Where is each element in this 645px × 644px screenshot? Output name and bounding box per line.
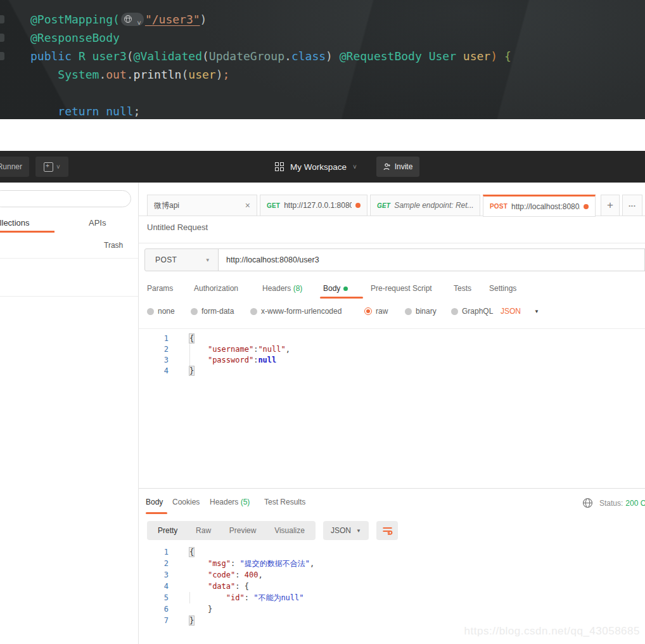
- chevron-down-icon: ▼: [356, 528, 361, 534]
- screenshot-root: @PostMapping(˅"/user3")@ResponseBodypubl…: [0, 0, 645, 644]
- request-tab-weibo-api[interactable]: 微博api ×: [147, 195, 257, 216]
- workspace-grid-icon: [275, 162, 284, 171]
- workspace-label: My Workspace: [290, 162, 347, 172]
- chevron-down-icon: ˅: [56, 164, 60, 171]
- radio-label: binary: [416, 307, 437, 316]
- radio-label: none: [158, 307, 175, 316]
- sidebar-tab-apis[interactable]: APIs: [89, 218, 106, 228]
- tab-params[interactable]: Params: [147, 284, 173, 293]
- divider: [0, 258, 138, 259]
- request-tab-get-127[interactable]: GET http://127.0.0.1:8080/a...: [260, 195, 367, 216]
- tab-headers[interactable]: Headers (8): [262, 284, 302, 293]
- sidebar-active-tab-underline: [0, 231, 54, 233]
- chevron-down-icon[interactable]: ▼: [534, 309, 539, 314]
- tab-pre-request-script[interactable]: Pre-request Script: [371, 284, 432, 293]
- view-visualize[interactable]: Visualize: [274, 526, 305, 535]
- view-pretty[interactable]: Pretty: [158, 526, 177, 535]
- runner-button[interactable]: Runner: [0, 157, 29, 177]
- code-line: 1{: [139, 546, 645, 558]
- code-text: }: [189, 615, 194, 626]
- wrap-lines-icon: [382, 526, 393, 536]
- view-raw[interactable]: Raw: [196, 526, 211, 535]
- request-tab-sample-endpoint[interactable]: GET Sample endpoint: Ret...: [370, 195, 480, 216]
- radio-icon: [250, 308, 257, 315]
- invite-person-icon: [383, 163, 391, 171]
- new-window-button[interactable]: ˅: [35, 157, 68, 177]
- raw-type-label: JSON: [501, 307, 521, 316]
- method-value: POST: [155, 255, 177, 264]
- response-view-switch: Pretty Raw Preview Visualize: [147, 521, 316, 540]
- tab-settings[interactable]: Settings: [489, 284, 516, 293]
- tab-options-button[interactable]: •••: [622, 195, 642, 216]
- radio-label: x-www-form-urlencoded: [261, 307, 342, 316]
- view-preview[interactable]: Preview: [229, 526, 257, 535]
- sidebar-tab-collections[interactable]: Collections: [0, 218, 30, 228]
- response-tab-headers[interactable]: Headers (5): [210, 498, 250, 506]
- radio-icon: [147, 308, 154, 315]
- code-line: 6 }: [139, 603, 645, 615]
- radio-icon: [451, 308, 458, 315]
- line-number: 2: [139, 344, 169, 355]
- chevron-down-icon: ˅: [353, 164, 357, 171]
- tab-label: http://localhost:8080/...: [511, 202, 580, 211]
- code-line: 4 "data": {: [139, 581, 645, 592]
- tab-headers-label: Headers: [262, 284, 291, 293]
- workspace-switcher[interactable]: My Workspace ˅: [275, 151, 357, 183]
- tab-body[interactable]: Body: [323, 284, 348, 293]
- code-line: 2 "username":"null",: [139, 344, 645, 355]
- body-dot: [343, 287, 348, 291]
- raw-type-dropdown[interactable]: JSON: [501, 307, 521, 316]
- code-text: "msg": "提交的数据不合法",: [189, 558, 314, 569]
- tab-tests[interactable]: Tests: [454, 284, 471, 293]
- code-text: {: [189, 546, 194, 558]
- radio-x-www-form-urlencoded[interactable]: x-www-form-urlencoded: [250, 307, 342, 316]
- radio-graphql[interactable]: GraphQL: [451, 307, 493, 316]
- response-status: Status:200 OK: [599, 499, 645, 508]
- sidebar-trash-link[interactable]: Trash: [104, 241, 123, 250]
- code-line: 3 "code": 400,: [139, 569, 645, 581]
- invite-label: Invite: [395, 162, 413, 171]
- response-tab-cookies[interactable]: Cookies: [172, 498, 200, 506]
- radio-raw[interactable]: raw: [364, 307, 388, 316]
- request-body-editor[interactable]: 1{2 "username":"null",3 "password":null4…: [139, 328, 645, 491]
- response-format-dropdown[interactable]: JSON ▼: [323, 521, 369, 540]
- globe-icon: [582, 498, 593, 508]
- response-tab-body[interactable]: Body: [146, 498, 163, 506]
- tab-label: http://127.0.0.1:8080/a...: [284, 201, 352, 210]
- radio-label: GraphQL: [462, 307, 493, 316]
- code-text: "id": "不能为null": [189, 592, 304, 603]
- tab-authorization[interactable]: Authorization: [194, 284, 238, 293]
- radio-binary[interactable]: binary: [405, 307, 437, 316]
- indent-guide: [189, 592, 190, 603]
- code-text: "username":"null",: [189, 344, 290, 355]
- response-tab-test-results[interactable]: Test Results: [264, 498, 305, 506]
- request-title: Untitled Request: [147, 222, 208, 232]
- response-headers-count: (5): [241, 498, 250, 506]
- method-badge: GET: [267, 202, 280, 209]
- url-inline-widget-globe-icon[interactable]: ˅: [121, 13, 144, 26]
- invite-button[interactable]: Invite: [376, 157, 419, 177]
- code-text: }: [189, 366, 194, 377]
- code-line: public R user3(@Validated(UpdateGroup.cl…: [0, 47, 645, 65]
- line-number: 3: [139, 569, 169, 581]
- ide-code-lines: @PostMapping(˅"/user3")@ResponseBodypubl…: [0, 10, 645, 119]
- active-tab-underline: [320, 297, 363, 299]
- line-number: 6: [139, 603, 169, 615]
- new-tab-button[interactable]: +: [601, 195, 620, 216]
- radio-form-data[interactable]: form-data: [191, 307, 234, 316]
- wrap-lines-button[interactable]: [376, 521, 398, 540]
- ide-editor[interactable]: @PostMapping(˅"/user3")@ResponseBodypubl…: [0, 0, 645, 119]
- line-number: 4: [139, 581, 169, 592]
- code-text: @PostMapping(˅"/user3"): [30, 13, 207, 26]
- url-input[interactable]: http://localhost:8080/user3: [218, 248, 645, 271]
- active-tab-underline: [146, 512, 167, 514]
- code-line: 4}: [139, 366, 645, 377]
- method-select[interactable]: POST ▼: [144, 248, 219, 271]
- new-window-icon: [44, 162, 53, 172]
- radio-none[interactable]: none: [147, 307, 175, 316]
- close-icon[interactable]: ×: [245, 201, 250, 210]
- request-tab-post-localhost[interactable]: POST http://localhost:8080/...: [483, 195, 596, 217]
- code-line: [0, 84, 645, 102]
- sidebar-search-input[interactable]: [0, 190, 131, 207]
- line-number: 5: [139, 592, 169, 603]
